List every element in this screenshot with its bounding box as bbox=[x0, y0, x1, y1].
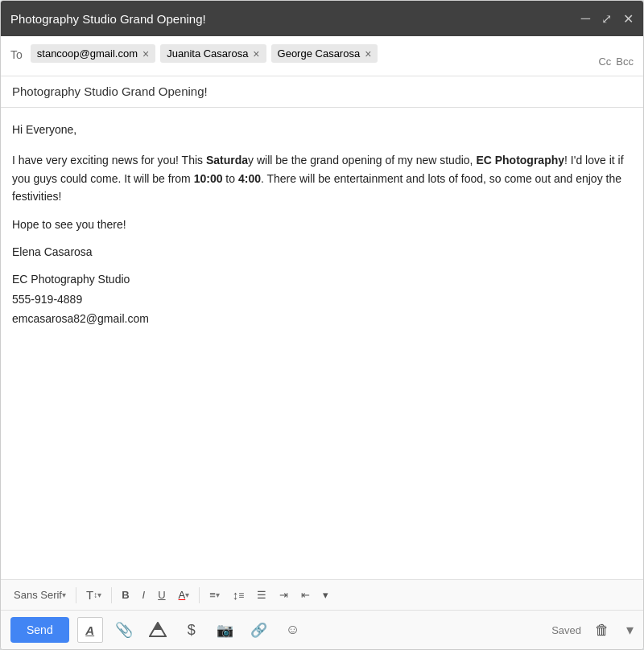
drive-icon bbox=[149, 622, 167, 638]
font-selector-button[interactable]: Sans Serif ▾ bbox=[9, 586, 71, 604]
body-paragraph-2: Hope to see you there! bbox=[12, 216, 632, 233]
indent-out-button[interactable]: ⇤ bbox=[296, 586, 315, 604]
drive-button[interactable] bbox=[145, 617, 171, 643]
indent-in-button[interactable]: ⇥ bbox=[275, 586, 293, 604]
recipient-name-3: George Casarosa bbox=[278, 47, 361, 60]
format-text-button[interactable]: A bbox=[77, 617, 103, 643]
italic-button[interactable]: I bbox=[138, 586, 151, 604]
align-arrow: ▾ bbox=[216, 590, 220, 599]
bullets-icon: ☰ bbox=[257, 589, 266, 601]
indent-out-icon: ⇤ bbox=[301, 589, 310, 601]
recipients-area: stancoop@gmail.com × Juanita Casarosa × … bbox=[31, 44, 589, 63]
delete-button[interactable]: 🗑 bbox=[589, 617, 615, 643]
remove-recipient-1[interactable]: × bbox=[142, 48, 149, 60]
recipient-chip-3[interactable]: George Casarosa × bbox=[271, 44, 378, 63]
bold-button[interactable]: B bbox=[117, 586, 134, 604]
link-icon: 🔗 bbox=[250, 622, 267, 639]
body-paragraph-1: I have very exciting news for you! This … bbox=[12, 151, 632, 205]
underline-label: U bbox=[158, 589, 165, 601]
remove-recipient-3[interactable]: × bbox=[365, 48, 371, 60]
toolbar-more-icon: ▾ bbox=[323, 589, 328, 601]
insert-link-button[interactable]: 🔗 bbox=[246, 617, 272, 643]
font-color-button[interactable]: A ▾ bbox=[174, 586, 195, 604]
recipient-name-1: stancoop@gmail.com bbox=[37, 47, 138, 60]
window-controls: ─ ⤢ ✕ bbox=[581, 11, 634, 27]
compose-window: Photography Studio Grand Opening! ─ ⤢ ✕ … bbox=[0, 0, 644, 650]
align-icon: ≡ bbox=[209, 589, 216, 601]
attach-button[interactable]: 📎 bbox=[111, 617, 137, 643]
to-row: To stancoop@gmail.com × Juanita Casarosa… bbox=[1, 36, 643, 76]
toolbar-divider-2 bbox=[111, 587, 112, 603]
bold-label: B bbox=[122, 589, 129, 601]
bcc-button[interactable]: Bcc bbox=[616, 56, 634, 68]
subject-row[interactable]: Photography Studio Grand Opening! bbox=[1, 76, 643, 108]
toolbar-more-button[interactable]: ▾ bbox=[318, 586, 333, 604]
close-button[interactable]: ✕ bbox=[623, 11, 634, 27]
saved-status: Saved bbox=[551, 624, 581, 636]
font-color-icon: A bbox=[179, 589, 186, 601]
delete-icon: 🗑 bbox=[595, 622, 609, 639]
attach-icon: 📎 bbox=[115, 621, 133, 639]
photo-icon: 📷 bbox=[217, 622, 233, 639]
indent-in-icon: ⇥ bbox=[279, 589, 288, 601]
font-size-icon: T bbox=[86, 588, 93, 602]
body-greeting: Hi Everyone, bbox=[12, 121, 632, 138]
bullets-button[interactable]: ☰ bbox=[252, 586, 271, 604]
body-paragraph-6: emcasarosa82@gmail.com bbox=[12, 310, 632, 327]
insert-photo-button[interactable]: 📷 bbox=[213, 617, 238, 643]
font-color-arrow: ▾ bbox=[185, 590, 189, 599]
title-bar: Photography Studio Grand Opening! ─ ⤢ ✕ bbox=[1, 1, 643, 36]
insert-emoji-button[interactable]: ☺ bbox=[280, 617, 306, 643]
to-label: To bbox=[10, 48, 23, 61]
send-button[interactable]: Send bbox=[10, 617, 69, 643]
align-button[interactable]: ≡ ▾ bbox=[204, 586, 225, 604]
subject-text: Photography Studio Grand Opening! bbox=[12, 84, 208, 98]
window-title: Photography Studio Grand Opening! bbox=[10, 12, 206, 26]
emoji-icon: ☺ bbox=[286, 622, 299, 638]
line-spacing-icon: ↕ bbox=[233, 588, 239, 602]
cc-bcc-area: Cc Bcc bbox=[588, 56, 634, 68]
font-size-button[interactable]: T↕ ▾ bbox=[81, 585, 106, 605]
maximize-button[interactable]: ⤢ bbox=[601, 11, 612, 27]
recipient-chip-1[interactable]: stancoop@gmail.com × bbox=[31, 44, 155, 63]
font-label: Sans Serif bbox=[14, 589, 62, 601]
format-text-icon: A bbox=[85, 623, 94, 637]
recipient-name-2: Juanita Casarosa bbox=[167, 47, 248, 60]
footer-row: Send A 📎 $ 📷 🔗 ☺ Saved 🗑 ▾ bbox=[1, 610, 643, 649]
italic-label: I bbox=[142, 589, 146, 601]
remove-recipient-2[interactable]: × bbox=[253, 48, 259, 60]
toolbar-divider-1 bbox=[76, 587, 76, 603]
body-area[interactable]: Hi Everyone, I have very exciting news f… bbox=[1, 108, 643, 579]
minimize-button[interactable]: ─ bbox=[581, 11, 590, 26]
money-icon: $ bbox=[188, 622, 196, 639]
body-paragraph-5: 555-919-4889 bbox=[12, 290, 632, 308]
body-paragraph-4: EC Photography Studio bbox=[12, 270, 632, 288]
footer-more-button[interactable]: ▾ bbox=[626, 621, 634, 639]
formatting-toolbar: Sans Serif ▾ T↕ ▾ B I U A ▾ ≡ ▾ ↕≡ bbox=[1, 579, 643, 610]
font-dropdown-arrow: ▾ bbox=[62, 590, 66, 599]
recipient-chip-2[interactable]: Juanita Casarosa × bbox=[160, 44, 266, 63]
insert-money-button[interactable]: $ bbox=[179, 617, 204, 643]
underline-button[interactable]: U bbox=[153, 586, 170, 604]
toolbar-divider-3 bbox=[199, 587, 200, 603]
cc-button[interactable]: Cc bbox=[598, 56, 611, 68]
line-spacing-lines-icon: ≡ bbox=[238, 590, 244, 601]
body-paragraph-3: Elena Casarosa bbox=[12, 243, 632, 261]
line-spacing-button[interactable]: ↕≡ bbox=[228, 585, 250, 605]
font-size-arrow: ▾ bbox=[97, 590, 101, 599]
